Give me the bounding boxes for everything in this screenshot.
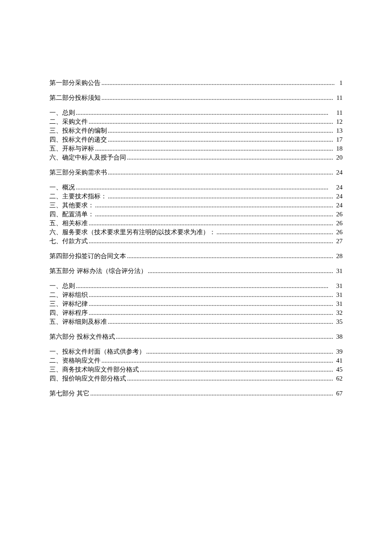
toc-entry-title: 二、资格响应文件 [49,356,101,365]
toc-entry: 五、开标与评标18 [49,144,343,153]
toc-leader-dots [76,282,333,291]
toc-entry: 二、采购文件12 [49,117,343,126]
toc-entry-title: 第三部分采购需求书 [49,168,107,177]
toc-entry-title: 二、采购文件 [49,117,88,126]
toc-leader-dots [89,237,333,246]
toc-entry-title: 一、投标文件封面（格式供参考） [49,347,145,356]
toc-entry-page: 12 [334,117,343,126]
toc-entry: 六、服务要求（技术要求里另有注明的以技术要求为准）：26 [49,228,343,237]
toc-leader-dots [76,108,333,117]
toc-leader-dots [108,192,333,201]
toc-entry-page: 31 [334,291,343,299]
toc-entry-title: 第五部分 评标办法（综合评分法） [49,267,147,276]
toc-entry: 四、投标文件的递交17 [49,135,343,144]
toc-entry-page: 1 [336,78,343,87]
toc-leader-dots [146,347,333,356]
toc-entry-title: 四、投标文件的递交 [49,135,107,144]
toc-entry-title: 二、评标组织 [49,291,88,299]
toc-entry: 三、其他要求：24 [49,201,343,210]
toc-entry-page: 11 [334,93,343,102]
toc-leader-dots [116,332,333,341]
toc-entry-page: 24 [334,183,343,192]
toc-leader-dots [89,299,333,308]
toc-leader-dots [127,374,333,383]
toc-entry-title: 五、开标与评标 [49,144,94,153]
toc-entry-title: 三、其他要求： [49,201,94,210]
toc-entry: 二、资格响应文件41 [49,356,343,365]
toc-entry-page: 35 [334,317,343,326]
toc-entry: 第七部分 其它67 [49,389,343,398]
toc-entry-page: 17 [334,135,343,144]
toc-entry: 第二部分投标须知11 [49,93,343,102]
toc-entry: 二、主要技术指标：24 [49,192,343,201]
toc-entry-title: 七、付款方式 [49,237,88,246]
toc-leader-dots [95,210,333,219]
toc-leader-dots [101,356,333,365]
toc-entry-page: 32 [334,308,343,317]
toc-entry-title: 第七部分 其它 [49,389,89,398]
toc-entry-page: 41 [334,356,343,365]
toc-leader-dots [148,267,333,276]
toc-entry-page: 27 [334,237,343,246]
toc-entry-title: 五、相关标准 [49,219,88,228]
toc-leader-dots [95,144,333,153]
toc-entry: 第四部分拟签订的合同文本28 [49,252,343,261]
toc-entry: 第三部分采购需求书24 [49,168,343,177]
toc-entry-page: 62 [334,374,343,383]
toc-entry-page: 20 [334,153,343,162]
toc-entry: 三、投标文件的编制13 [49,126,343,135]
toc-entry-page: 24 [334,192,343,201]
toc-entry-page: 31 [334,267,343,276]
toc-entry-page: 24 [334,168,343,177]
toc-leader-dots [108,135,333,144]
toc-entry: 四、报价响应文件部分格式62 [49,374,343,383]
toc-leader-dots [95,201,333,210]
toc-entry-title: 四、配置清单： [49,210,94,219]
toc-entry-title: 三、评标纪律 [49,299,88,308]
toc-entry-page: 13 [334,126,343,135]
toc-entry-page: 31 [334,299,343,308]
toc-entry: 五、相关标准26 [49,219,343,228]
toc-leader-dots [108,168,333,177]
toc-entry: 一、投标文件封面（格式供参考）39 [49,347,343,356]
toc-entry: 六、确定中标人及授予合同20 [49,153,343,162]
toc-entry-title: 一、总则 [49,108,75,117]
toc-entry: 一、概况24 [49,183,343,192]
toc-entry-title: 三、投标文件的编制 [49,126,107,135]
toc-entry: 四、配置清单：26 [49,210,343,219]
toc-entry: 第六部分 投标文件格式38 [49,332,343,341]
toc-entry-title: 一、概况 [49,183,75,192]
toc-leader-dots [89,291,333,299]
toc-entry-page: 39 [334,347,343,356]
toc-entry-page: 38 [334,332,343,341]
toc-leader-dots [89,117,333,126]
toc-entry: 第五部分 评标办法（综合评分法）31 [49,267,343,276]
toc-entry-title: 第六部分 投标文件格式 [49,332,115,341]
toc-entry-title: 一、总则 [49,282,75,291]
toc-entry: 三、评标纪律31 [49,299,343,308]
toc-leader-dots [89,219,333,228]
toc-entry-title: 第一部分采购公告 [49,78,101,87]
toc-entry-page: 24 [334,201,343,210]
toc-entry-page: 26 [334,228,343,237]
toc-entry-title: 五、评标细则及标准 [49,317,107,326]
toc-entry-title: 六、服务要求（技术要求里另有注明的以技术要求为准）： [49,228,216,237]
toc-leader-dots [89,308,333,317]
toc-leader-dots [140,365,333,374]
toc-leader-dots [108,126,333,135]
toc-entry-title: 四、报价响应文件部分格式 [49,374,126,383]
toc-entry-page: 26 [334,219,343,228]
toc-entry-title: 第四部分拟签订的合同文本 [49,252,126,261]
toc-entry: 一、总则11 [49,108,343,117]
toc-leader-dots [90,389,333,398]
toc-leader-dots [76,183,333,192]
toc-entry-page: 11 [334,108,343,117]
toc-entry-page: 67 [334,389,343,398]
toc-leader-dots [127,252,333,261]
toc-entry: 七、付款方式27 [49,237,343,246]
toc-entry: 第一部分采购公告1 [49,78,343,87]
toc-leader-dots [127,153,333,162]
toc-entry-page: 28 [334,252,343,261]
toc-entry: 二、评标组织31 [49,291,343,299]
toc-leader-dots [108,317,333,326]
